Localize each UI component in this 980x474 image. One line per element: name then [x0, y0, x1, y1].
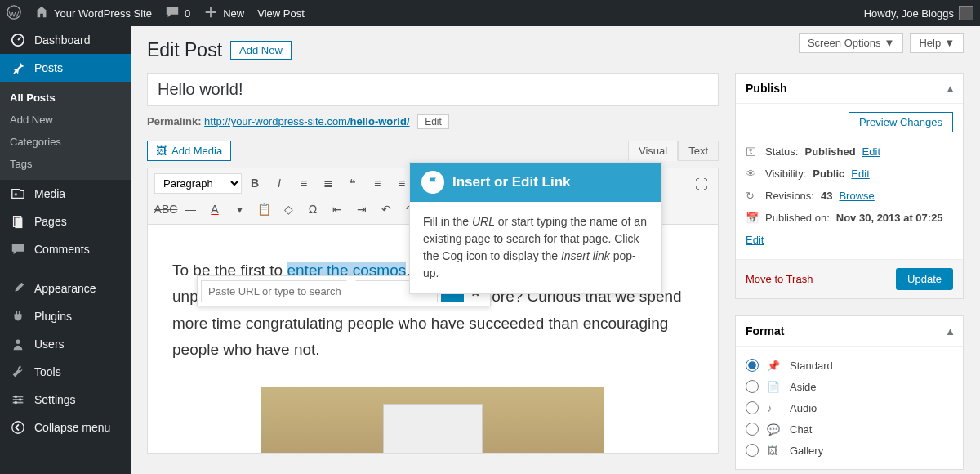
dashboard-icon [10, 33, 26, 47]
hr-button[interactable]: — [179, 198, 202, 221]
key-icon: ⚿ [746, 145, 759, 158]
sidebar-item-users[interactable]: Users [0, 330, 131, 358]
permalink-row: Permalink: http://your-wordpress-site.co… [147, 114, 719, 129]
move-to-trash-link[interactable]: Move to Trash [746, 273, 813, 285]
svg-rect-4 [15, 218, 22, 229]
sidebar-sub-all-posts[interactable]: All Posts [0, 87, 131, 109]
sidebar-item-pages[interactable]: Pages [0, 208, 131, 235]
update-button[interactable]: Update [896, 268, 953, 290]
users-icon [10, 337, 26, 351]
wp-logo[interactable] [7, 5, 21, 22]
screen-options-button[interactable]: Screen Options ▼ [799, 33, 903, 53]
format-select[interactable]: Paragraph [154, 173, 242, 194]
brush-icon [10, 281, 26, 296]
history-icon: ↻ [746, 190, 759, 202]
char-button[interactable]: Ω [301, 198, 324, 221]
svg-point-5 [16, 340, 20, 344]
sidebar-sub-categories[interactable]: Categories [0, 131, 131, 153]
italic-button[interactable]: I [268, 172, 291, 195]
help-button[interactable]: Help ▼ [910, 33, 964, 53]
admin-bar: Your WordPress Site 0 New View Post Howd… [0, 0, 980, 26]
tab-visual[interactable]: Visual [628, 141, 678, 161]
pin-icon: 📌 [767, 360, 782, 372]
format-audio-radio[interactable] [746, 401, 759, 414]
pages-icon [10, 214, 26, 229]
clear-button[interactable]: ◇ [277, 198, 300, 221]
pin-icon [10, 60, 26, 75]
svg-point-2 [15, 193, 18, 196]
view-post-link[interactable]: View Post [257, 7, 305, 20]
sidebar-item-comments[interactable]: Comments [0, 235, 131, 263]
sidebar-item-dashboard[interactable]: Dashboard [0, 26, 131, 54]
link-url-input[interactable] [201, 280, 438, 302]
post-title-input[interactable] [147, 73, 719, 106]
edit-date-link[interactable]: Edit [746, 234, 764, 246]
edit-status-link[interactable]: Edit [862, 145, 880, 158]
plus-icon [203, 5, 218, 22]
site-link[interactable]: Your WordPress Site [34, 5, 152, 22]
media-icon [10, 186, 26, 201]
sidebar-item-appearance[interactable]: Appearance [0, 275, 131, 302]
tab-text[interactable]: Text [678, 141, 719, 161]
outdent-button[interactable]: ⇤ [326, 198, 349, 221]
preview-button[interactable]: Preview Changes [849, 112, 953, 132]
svg-point-12 [12, 422, 24, 433]
format-gallery-radio[interactable] [746, 444, 759, 457]
howdy[interactable]: Howdy, Joe Bloggs [864, 6, 973, 20]
sidebar-sub-tags[interactable]: Tags [0, 153, 131, 175]
undo-button[interactable]: ↶ [375, 198, 398, 221]
publish-box: Publish▴ Preview Changes ⚿Status: Publis… [735, 73, 964, 299]
editor-toolbar: Paragraph B I ≡ ≣ ❝ ≡ ≡ ⛶ ABC — A ▾ 📋 [147, 168, 719, 225]
fullscreen-button[interactable]: ⛶ [690, 173, 713, 196]
textcolor-button[interactable]: A [203, 198, 226, 221]
sidebar-sub-add-new[interactable]: Add New [0, 109, 131, 131]
align-left-button[interactable]: ≡ [366, 172, 389, 195]
gallery-icon: 🖼 [767, 445, 782, 457]
admin-sidebar: Dashboard Posts All Posts Add New Catego… [0, 26, 131, 474]
format-standard-radio[interactable] [746, 359, 759, 372]
link-tooltip: Insert or Edit Link Fill in the URL or s… [409, 162, 662, 294]
aside-icon: 📄 [767, 381, 782, 393]
paste-button[interactable]: 📋 [252, 198, 275, 221]
sidebar-item-plugins[interactable]: Plugins [0, 302, 131, 330]
strikethrough-button[interactable]: ABC [154, 198, 177, 221]
browse-revisions-link[interactable]: Browse [839, 190, 874, 202]
comments-link[interactable]: 0 [165, 5, 190, 22]
settings-icon [10, 392, 26, 407]
format-box: Format▴ 📌Standard 📄Aside ♪Audio 💬Chat 🖼G… [735, 315, 964, 470]
sidebar-item-settings[interactable]: Settings [0, 386, 131, 414]
sidebar-collapse[interactable]: Collapse menu [0, 414, 131, 441]
new-link[interactable]: New [203, 5, 244, 22]
toggle-icon[interactable]: ▴ [947, 82, 953, 95]
chevron-down-icon: ▼ [884, 37, 895, 49]
sidebar-item-tools[interactable]: Tools [0, 358, 131, 386]
permalink-link[interactable]: http://your-wordpress-site.com/hello-wor… [204, 115, 409, 127]
ol-button[interactable]: ≣ [317, 172, 340, 195]
format-aside-radio[interactable] [746, 380, 759, 393]
comments-icon [10, 242, 26, 257]
collapse-icon [10, 420, 26, 435]
indent-button[interactable]: ⇥ [350, 198, 373, 221]
sidebar-item-media[interactable]: Media [0, 180, 131, 208]
ul-button[interactable]: ≡ [292, 172, 315, 195]
sidebar-item-posts[interactable]: Posts [0, 54, 131, 82]
permalink-edit-button[interactable]: Edit [417, 114, 449, 129]
flag-icon [421, 171, 444, 194]
toggle-icon[interactable]: ▴ [947, 324, 953, 338]
audio-icon: ♪ [767, 402, 782, 414]
chevron-down-icon: ▼ [944, 37, 955, 49]
chevron-down-icon[interactable]: ▾ [228, 198, 251, 221]
chat-icon: 💬 [767, 423, 782, 436]
svg-point-9 [15, 396, 18, 399]
comment-icon [165, 5, 180, 22]
add-media-button[interactable]: 🖼Add Media [147, 141, 231, 161]
edit-visibility-link[interactable]: Edit [851, 168, 869, 180]
bold-button[interactable]: B [243, 172, 266, 195]
home-icon [34, 5, 49, 22]
quote-button[interactable]: ❝ [341, 172, 364, 195]
add-new-button[interactable]: Add New [230, 41, 292, 60]
format-chat-radio[interactable] [746, 423, 759, 436]
content-image [261, 387, 604, 453]
calendar-icon: 📅 [746, 212, 759, 224]
site-name: Your WordPress Site [54, 7, 152, 20]
